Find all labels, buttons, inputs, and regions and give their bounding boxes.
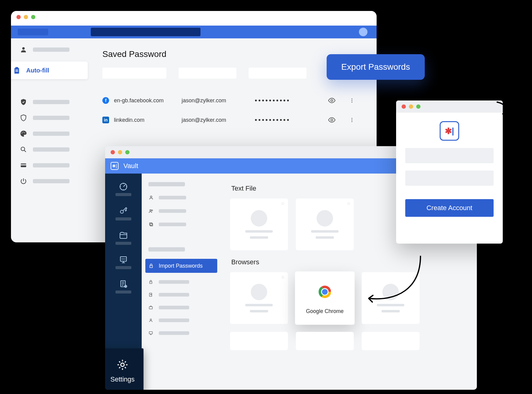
rail-item-sso[interactable]: SSO (105, 253, 142, 272)
username-cell: jason@zylker.com (182, 97, 246, 104)
import-card[interactable] (296, 332, 354, 350)
section-title-browsers: Browsers (231, 258, 468, 266)
vault-rail: SSO Settings (105, 174, 142, 390)
window3-titlebar (396, 100, 503, 113)
vault-logo-icon: ✱| (111, 162, 119, 170)
subnav-import-label: Import Passwords (159, 263, 203, 269)
rail-settings-label: Settings (110, 375, 135, 383)
copy-icon (148, 222, 154, 227)
subnav-item-shared[interactable] (145, 207, 217, 215)
password-cell: •••••••••• (255, 116, 319, 124)
sidebar-autofill-label: Auto-fill (26, 67, 49, 74)
import-card-chrome[interactable]: Google Chrome (295, 271, 355, 325)
password-row[interactable]: in linkedin.com jason@zylker.com •••••••… (102, 110, 364, 130)
sidebar-item-security[interactable] (15, 98, 86, 106)
svg-point-10 (352, 98, 353, 99)
create-account-button[interactable]: Create Account (405, 199, 494, 217)
rail-item-audit[interactable] (105, 277, 142, 296)
export-passwords-button[interactable]: Export Passwords (327, 54, 425, 80)
power-icon (20, 177, 27, 185)
star-icon[interactable]: ☆ (347, 201, 351, 206)
subnav-group-label (148, 182, 185, 186)
subnav-item-personal[interactable] (145, 194, 217, 202)
more-icon[interactable] (349, 117, 355, 123)
vault-safe-icon: ✱| (440, 121, 459, 141)
maximize-icon[interactable] (125, 150, 129, 154)
search-icon (20, 146, 27, 153)
site-name: linkedin.com (114, 117, 144, 123)
svg-point-11 (352, 100, 353, 101)
svg-point-24 (150, 196, 152, 197)
rail-item-settings[interactable]: Settings (105, 348, 144, 390)
subnav-item[interactable] (145, 329, 217, 337)
import-card[interactable]: ☆ (230, 199, 288, 250)
svg-rect-34 (149, 332, 153, 334)
signup-field-1[interactable] (405, 148, 494, 163)
rail-item-dashboard[interactable] (105, 180, 142, 199)
monitor-icon (148, 331, 154, 336)
maximize-icon[interactable] (416, 104, 420, 109)
svg-point-16 (352, 121, 353, 122)
svg-point-0 (22, 47, 25, 50)
close-icon[interactable] (111, 150, 115, 154)
user-outline-icon (148, 195, 154, 200)
svg-point-3 (22, 133, 23, 134)
maximize-icon[interactable] (31, 15, 35, 19)
sidebar-item-payments[interactable] (15, 161, 86, 169)
svg-point-12 (352, 102, 353, 103)
sidebar-item-autofill[interactable]: Auto-fill (11, 62, 88, 79)
sidebar-item-account[interactable] (15, 46, 86, 54)
svg-rect-1 (16, 70, 18, 70)
minimize-icon[interactable] (24, 15, 28, 19)
svg-point-23 (121, 363, 124, 366)
import-card[interactable] (230, 332, 288, 350)
username-cell: jason@zylker.com (182, 117, 246, 123)
card-label: Google Chrome (306, 308, 344, 315)
import-card[interactable] (362, 332, 420, 350)
subnav-item[interactable] (145, 304, 217, 311)
browser-toolbar (11, 26, 377, 38)
subnav-item[interactable] (145, 291, 217, 298)
close-icon[interactable] (402, 104, 406, 109)
sidebar-item-appearance[interactable] (15, 130, 86, 138)
rail-item-passwords[interactable] (105, 204, 142, 223)
person-icon (20, 46, 27, 54)
import-card[interactable]: ☆ (230, 272, 288, 324)
subnav-group-label (148, 247, 185, 252)
sidebar-item-power[interactable] (15, 177, 86, 185)
password-cell: •••••••••• (255, 97, 319, 104)
subnav-item-duplicate[interactable] (145, 220, 217, 228)
site-name: en-gb.facebook.com (114, 97, 164, 104)
arrow-signup-to-chrome-icon (360, 253, 427, 314)
rail-item-folders[interactable] (105, 228, 142, 247)
vault-app-name: Vault (123, 162, 138, 170)
signup-field-2[interactable] (405, 171, 494, 186)
star-icon[interactable]: ☆ (281, 201, 285, 206)
svg-rect-27 (150, 223, 153, 226)
browser-sidebar: Auto-fill (11, 38, 90, 242)
svg-point-25 (150, 210, 151, 211)
toolbar-placeholder (18, 29, 48, 35)
address-bar-placeholder[interactable] (91, 28, 200, 36)
profile-avatar[interactable] (359, 28, 367, 36)
subnav-item-import-passwords[interactable]: Import Passwords (145, 259, 217, 273)
reveal-password-icon[interactable] (328, 97, 340, 104)
password-row[interactable]: f en-gb.facebook.com jason@zylker.com ••… (102, 91, 364, 110)
arrow-export-to-signup-icon (491, 100, 512, 122)
card-icon (20, 161, 27, 169)
star-icon[interactable]: ☆ (281, 275, 285, 280)
window1-titlebar (11, 11, 377, 26)
vault-subnav: Import Passwords (142, 174, 221, 390)
reveal-password-icon[interactable] (328, 116, 340, 124)
svg-rect-2 (16, 71, 18, 72)
sidebar-item-search[interactable] (15, 146, 86, 153)
gear-icon (116, 358, 129, 371)
import-card[interactable]: ☆ (296, 199, 354, 250)
more-icon[interactable] (349, 98, 355, 103)
minimize-icon[interactable] (118, 150, 122, 154)
subnav-item[interactable] (145, 278, 217, 286)
close-icon[interactable] (16, 15, 21, 19)
subnav-item[interactable] (145, 317, 217, 324)
sidebar-item-privacy[interactable] (15, 114, 86, 122)
minimize-icon[interactable] (409, 104, 413, 109)
